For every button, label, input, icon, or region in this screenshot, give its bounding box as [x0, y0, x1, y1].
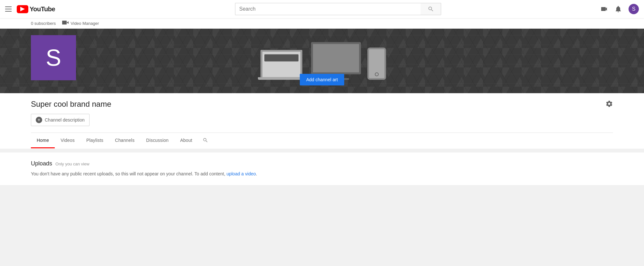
top-navigation: YouTube S: [0, 0, 644, 18]
nav-center-search: [76, 3, 600, 15]
channel-description-button[interactable]: + Channel description: [31, 114, 90, 126]
bell-icon: [614, 5, 622, 13]
search-form: [235, 3, 441, 15]
tab-discussion[interactable]: Discussion: [140, 133, 175, 148]
channel-name-row: Super cool brand name: [31, 100, 613, 114]
channel-info-section: Super cool brand name + Channel descript…: [0, 93, 644, 149]
laptop-screen-content: [264, 54, 298, 62]
hamburger-menu-button[interactable]: [5, 6, 12, 12]
video-manager-button[interactable]: Video Manager: [62, 21, 99, 26]
gear-icon: [605, 100, 613, 108]
tab-channels[interactable]: Channels: [109, 133, 140, 148]
upload-video-link[interactable]: upload a video: [226, 171, 256, 176]
nav-right: S: [600, 4, 639, 14]
channel-avatar: S: [31, 35, 76, 80]
search-button[interactable]: [421, 3, 441, 15]
main-content: 0 subscribers Video Manager S: [0, 18, 644, 185]
tab-search-button[interactable]: [199, 133, 212, 149]
hamburger-icon: [5, 6, 12, 12]
tab-about[interactable]: About: [175, 133, 198, 148]
search-input[interactable]: [235, 3, 421, 15]
subscribers-count: 0 subscribers: [31, 21, 56, 26]
svg-rect-0: [62, 21, 67, 25]
uploads-section: Uploads Only you can view You don't have…: [0, 153, 644, 185]
add-channel-art-button[interactable]: Add channel art: [300, 74, 344, 85]
uploads-header: Uploads Only you can view: [31, 160, 613, 167]
laptop-base: [258, 77, 305, 80]
uploads-visibility: Only you can view: [55, 162, 90, 166]
search-icon: [428, 6, 434, 12]
channel-name: Super cool brand name: [31, 100, 111, 109]
tab-home[interactable]: Home: [31, 133, 55, 148]
tab-playlists[interactable]: Playlists: [80, 133, 109, 148]
nav-left: YouTube: [5, 5, 76, 13]
user-avatar[interactable]: S: [629, 4, 639, 14]
upload-video-button[interactable]: [600, 5, 608, 13]
channel-tabs: Home Videos Playlists Channels Discussio…: [31, 133, 613, 149]
uploads-message: You don't have any public recent uploads…: [31, 170, 613, 177]
phone-device: [367, 48, 386, 80]
channel-art-banner: S Add channel art: [0, 29, 644, 93]
tab-videos[interactable]: Videos: [55, 133, 80, 148]
notifications-button[interactable]: [614, 5, 622, 13]
svg-marker-1: [67, 21, 69, 24]
youtube-logo-link[interactable]: YouTube: [17, 5, 55, 13]
channel-settings-button[interactable]: [605, 100, 613, 109]
laptop-device: [258, 50, 305, 80]
plus-icon: +: [36, 117, 42, 123]
uploads-title: Uploads: [31, 160, 52, 167]
upload-icon: [600, 5, 608, 13]
tv-screen: [311, 42, 361, 74]
phone-home-button: [375, 73, 379, 76]
laptop-screen: [260, 50, 302, 77]
youtube-wordmark: YouTube: [30, 5, 55, 13]
search-icon-tabs: [203, 137, 208, 143]
video-manager-icon: [62, 21, 69, 26]
youtube-icon: [17, 5, 28, 13]
channel-header-bar: 0 subscribers Video Manager: [0, 18, 644, 29]
